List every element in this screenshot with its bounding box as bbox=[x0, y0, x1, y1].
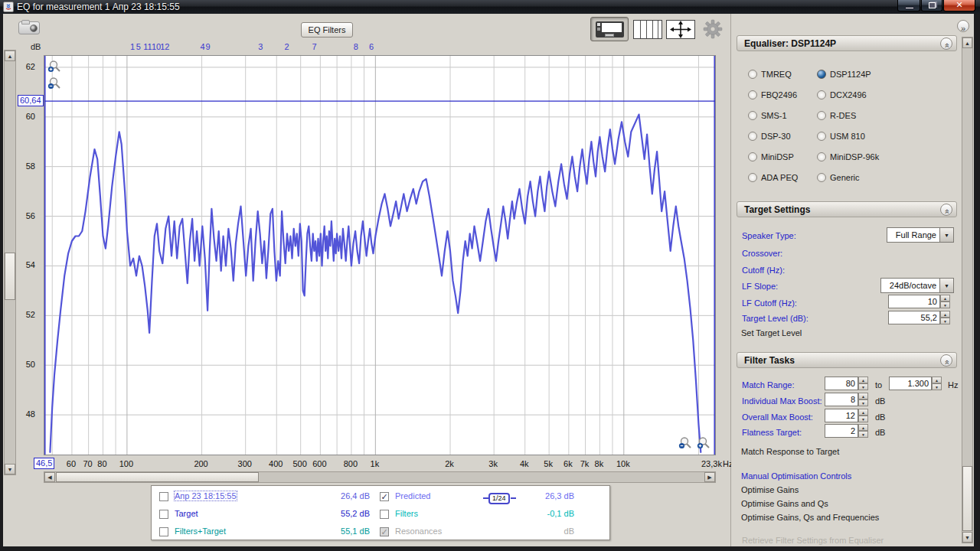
optimise-gains-button[interactable]: Optimise Gains bbox=[741, 485, 799, 494]
filters-target-trace-label[interactable]: Filters+Target bbox=[175, 527, 226, 536]
radio-rdes[interactable] bbox=[817, 111, 826, 120]
spin-up-icon[interactable]: ▲ bbox=[858, 393, 868, 399]
target-settings-section-header[interactable]: Target Settings » bbox=[737, 201, 957, 217]
filters-target-checkbox[interactable] bbox=[159, 527, 168, 536]
set-target-level-button[interactable]: Set Target Level bbox=[741, 328, 802, 337]
dropdown-arrow-icon[interactable]: ▼ bbox=[940, 278, 954, 293]
spin-up-icon[interactable]: ▲ bbox=[940, 295, 950, 302]
target-level-value[interactable]: 55,2 bbox=[888, 311, 940, 324]
filter-number-marker[interactable]: 11 bbox=[143, 42, 152, 51]
optimise-gains-qs-frequencies-button[interactable]: Optimise Gains, Qs and Frequencies bbox=[741, 513, 879, 522]
spin-up-icon[interactable]: ▲ bbox=[932, 377, 942, 383]
close-button[interactable]: ✕ bbox=[943, 0, 975, 11]
filter-number-marker[interactable]: 9 bbox=[205, 42, 210, 51]
radio-dcx2496[interactable] bbox=[817, 90, 826, 99]
filter-number-marker[interactable]: 2 bbox=[285, 42, 289, 51]
spin-down-icon[interactable]: ▼ bbox=[858, 416, 868, 422]
filters-checkbox[interactable] bbox=[380, 510, 389, 519]
panel-expand-button[interactable]: » bbox=[957, 20, 969, 32]
spin-down-icon[interactable]: ▼ bbox=[940, 302, 950, 308]
radio-usm810[interactable] bbox=[817, 132, 826, 141]
individual-max-boost-value[interactable]: 8 bbox=[825, 393, 858, 406]
equaliser-collapse-button[interactable]: » bbox=[940, 37, 952, 50]
frequency-response-plot[interactable] bbox=[44, 55, 716, 455]
y-pan-scrollbar[interactable]: ▲ ▼ bbox=[4, 50, 16, 475]
scroll-up-icon[interactable]: ▲ bbox=[962, 37, 972, 48]
measurement-trace-label[interactable]: Апр 23 18:15:55 bbox=[175, 491, 237, 500]
filter-number-marker[interactable]: 3 bbox=[258, 42, 263, 51]
match-response-button[interactable]: Match Response to Target bbox=[741, 447, 839, 456]
spin-up-icon[interactable]: ▲ bbox=[858, 424, 868, 431]
filter-number-marker[interactable]: 6 bbox=[369, 42, 374, 51]
measurement-checkbox[interactable] bbox=[159, 492, 168, 501]
lf-cutoff-value[interactable]: 10 bbox=[888, 295, 940, 308]
equaliser-section-header[interactable]: Equaliser: DSP1124P » bbox=[737, 35, 957, 51]
spin-down-icon[interactable]: ▼ bbox=[858, 383, 868, 390]
target-settings-collapse-button[interactable]: » bbox=[940, 204, 952, 216]
predicted-trace-label[interactable]: Predicted bbox=[395, 491, 430, 500]
filter-number-marker[interactable]: 1 bbox=[130, 42, 135, 51]
radio-dsp30[interactable] bbox=[748, 132, 757, 141]
target-trace-label[interactable]: Target bbox=[175, 509, 198, 518]
spin-down-icon[interactable]: ▼ bbox=[858, 431, 868, 438]
radio-minidsp[interactable] bbox=[748, 152, 757, 161]
filter-tasks-collapse-button[interactable]: » bbox=[940, 354, 952, 367]
predicted-checkbox[interactable] bbox=[380, 492, 389, 501]
spin-down-icon[interactable]: ▼ bbox=[858, 399, 868, 406]
x-pan-scrollbar[interactable]: ◀ ▶ bbox=[44, 471, 716, 483]
pan-zoom-button[interactable] bbox=[666, 20, 695, 39]
all-graphs-layout-button[interactable] bbox=[633, 20, 662, 39]
resonances-checkbox[interactable] bbox=[380, 527, 389, 536]
radio-dsp1124p[interactable] bbox=[817, 70, 826, 79]
restore-button[interactable] bbox=[921, 0, 942, 11]
match-range-to-value[interactable]: 1.300 bbox=[889, 377, 932, 390]
filter-number-marker[interactable]: 4 bbox=[201, 42, 205, 51]
y-scroll-thumb[interactable] bbox=[5, 253, 15, 300]
resonances-trace-label[interactable]: Resonances bbox=[395, 527, 442, 536]
flatness-target-value[interactable]: 2 bbox=[825, 424, 858, 438]
manual-optimisation-controls-button[interactable]: Manual Optimisation Controls bbox=[741, 471, 851, 481]
filter-tasks-section-header[interactable]: Filter Tasks » bbox=[737, 352, 957, 368]
scroll-up-icon[interactable]: ▲ bbox=[5, 51, 15, 61]
filter-number-marker[interactable]: 8 bbox=[354, 42, 358, 51]
spin-up-icon[interactable]: ▲ bbox=[858, 377, 868, 383]
filter-number-marker[interactable]: 12 bbox=[160, 42, 169, 51]
match-range-from-value[interactable]: 80 bbox=[825, 377, 858, 390]
zoom-out-x-button[interactable] bbox=[678, 436, 692, 453]
capture-image-button[interactable] bbox=[14, 16, 44, 39]
dropdown-arrow-icon[interactable]: ▼ bbox=[940, 227, 954, 243]
eq-filters-button[interactable]: EQ Filters bbox=[301, 22, 353, 37]
panel-scrollbar[interactable]: ▲ ▼ bbox=[962, 37, 973, 543]
scroll-left-icon[interactable]: ◀ bbox=[44, 472, 55, 482]
target-checkbox[interactable] bbox=[159, 510, 168, 519]
overall-max-boost-value[interactable]: 12 bbox=[825, 409, 858, 422]
radio-generic[interactable] bbox=[817, 173, 826, 182]
spin-up-icon[interactable]: ▲ bbox=[858, 409, 868, 416]
zoom-out-y-button[interactable] bbox=[47, 77, 61, 93]
single-graph-layout-button[interactable] bbox=[590, 17, 629, 41]
filter-number-marker[interactable]: 5 bbox=[136, 42, 141, 51]
scroll-right-icon[interactable]: ▶ bbox=[704, 472, 715, 482]
x-scroll-thumb[interactable] bbox=[56, 472, 259, 482]
level-marker-readout[interactable]: 60,64 bbox=[18, 95, 44, 106]
filters-trace-label[interactable]: Filters bbox=[395, 509, 418, 518]
radio-sms1[interactable] bbox=[748, 111, 757, 120]
title-bar[interactable]: EQ for measurement 1 Апр 23 18:15:55 ✕ bbox=[0, 0, 980, 14]
x-min-readout[interactable]: 46,5 bbox=[34, 458, 54, 469]
radio-fbq2496[interactable] bbox=[748, 90, 757, 99]
spin-down-icon[interactable]: ▼ bbox=[940, 318, 950, 324]
minimize-button[interactable] bbox=[897, 0, 920, 11]
spin-up-icon[interactable]: ▲ bbox=[940, 311, 950, 318]
filter-number-marker[interactable]: 7 bbox=[312, 42, 317, 51]
scroll-down-icon[interactable]: ▼ bbox=[962, 532, 972, 543]
radio-tmreq[interactable] bbox=[748, 70, 757, 79]
zoom-in-x-button[interactable] bbox=[697, 436, 710, 453]
radio-minidsp96k[interactable] bbox=[817, 152, 826, 161]
zoom-in-y-button[interactable] bbox=[47, 60, 61, 77]
settings-button[interactable] bbox=[702, 18, 724, 40]
scroll-down-icon[interactable]: ▼ bbox=[5, 464, 15, 474]
radio-adapeq[interactable] bbox=[748, 173, 757, 182]
panel-scroll-thumb[interactable] bbox=[962, 466, 972, 531]
spin-down-icon[interactable]: ▼ bbox=[932, 383, 942, 390]
optimise-gains-qs-button[interactable]: Optimise Gains and Qs bbox=[741, 499, 828, 508]
